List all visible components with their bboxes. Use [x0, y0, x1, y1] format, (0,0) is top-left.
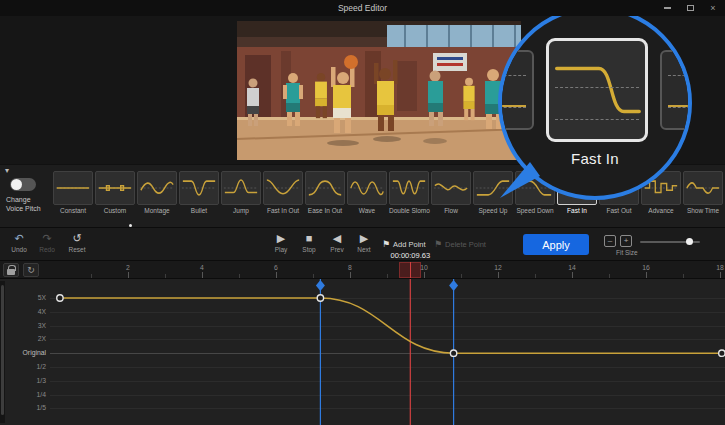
- keyframe-handle[interactable]: [449, 280, 458, 291]
- apply-button[interactable]: Apply: [523, 234, 589, 255]
- refresh-button[interactable]: ↻: [23, 263, 39, 277]
- preset-tile[interactable]: Bullet: [179, 171, 219, 214]
- speed-curve-editor: 5X4X3X2XOriginal1/21/31/41/5: [0, 278, 725, 425]
- preset-label: Montage: [137, 207, 177, 214]
- preset-tile[interactable]: Jump: [221, 171, 261, 214]
- fast-in-curve-icon: [549, 41, 645, 139]
- preset-curve-icon: [137, 171, 177, 205]
- window-title: Speed Editor: [0, 3, 725, 13]
- callout-pointer: [496, 158, 542, 202]
- preset-curve-icon: [263, 171, 303, 205]
- title-bar: Speed Editor ×: [0, 0, 725, 16]
- keyframe-point[interactable]: [57, 295, 63, 301]
- preset-label: Custom: [95, 207, 135, 214]
- toggle-knob: [11, 179, 22, 190]
- preset-curve-icon: [347, 171, 387, 205]
- ruler-tick-label: 6: [268, 264, 284, 271]
- zoom-out-icon[interactable]: –: [604, 235, 616, 247]
- preset-curve-icon: [431, 171, 471, 205]
- close-icon: ×: [710, 3, 715, 13]
- preset-label: Flow: [431, 207, 471, 214]
- close-button[interactable]: ×: [707, 2, 719, 14]
- next-button[interactable]: ▶Next: [351, 232, 377, 253]
- redo-button[interactable]: ↷Redo: [34, 232, 60, 253]
- preset-curve-icon: [389, 171, 429, 205]
- preset-label: Wave: [347, 207, 387, 214]
- keyframe-point[interactable]: [317, 295, 323, 301]
- ruler-tick-label: 8: [342, 264, 358, 271]
- preset-label: Show Time: [683, 207, 723, 214]
- zoom-slider-knob[interactable]: [686, 238, 693, 245]
- preset-tile[interactable]: Fast In Out: [263, 171, 303, 214]
- window-controls: ×: [661, 0, 719, 16]
- preset-label: Ease In Out: [305, 207, 345, 214]
- preset-tile[interactable]: Ease In Out: [305, 171, 345, 214]
- preset-tile[interactable]: Montage: [137, 171, 177, 214]
- curve-canvas: [0, 279, 725, 425]
- speed-editor-window: Speed Editor ×: [0, 0, 725, 425]
- preset-curve-icon: [95, 171, 135, 205]
- redo-icon: ↷: [34, 232, 60, 245]
- playhead-timestamp: 00:00:09.63: [378, 251, 442, 260]
- prev-icon: ◀: [324, 232, 350, 245]
- stop-button[interactable]: ■Stop: [296, 232, 322, 253]
- next-icon: ▶: [351, 232, 377, 245]
- preset-label: Speed Down: [515, 207, 555, 214]
- add-point-button[interactable]: ⚑Add Point: [382, 239, 426, 249]
- lock-button[interactable]: [3, 263, 19, 277]
- fit-size-label: Fit Size: [616, 249, 638, 256]
- ruler-tick-label: 18: [712, 264, 725, 271]
- stop-icon: ■: [296, 232, 322, 245]
- keyframe-point[interactable]: [450, 350, 456, 356]
- keyframe-handle[interactable]: [316, 280, 325, 291]
- minimize-button[interactable]: [661, 2, 673, 14]
- preset-curve-icon: [683, 171, 723, 205]
- preset-tile[interactable]: Show Time: [683, 171, 723, 214]
- preset-label: Advance: [641, 207, 681, 214]
- preset-tile[interactable]: Double Slomo: [389, 171, 429, 214]
- preset-label: Constant: [53, 207, 93, 214]
- preset-label: Double Slomo: [389, 207, 429, 214]
- preset-curve-icon: [179, 171, 219, 205]
- undo-button[interactable]: ↶Undo: [6, 232, 32, 253]
- collapse-arrow-icon[interactable]: ▾: [5, 166, 9, 175]
- preset-label: Fast Out: [599, 207, 639, 214]
- preset-tile[interactable]: Wave: [347, 171, 387, 214]
- preset-curve-icon: [221, 171, 261, 205]
- preset-label: Fast In Out: [263, 207, 303, 214]
- voice-pitch-control: Change Voice Pitch: [2, 178, 52, 213]
- preset-label: Bullet: [179, 207, 219, 214]
- maximize-button[interactable]: [684, 2, 696, 14]
- preset-tile[interactable]: Constant: [53, 171, 93, 214]
- keyframe-point[interactable]: [719, 350, 725, 356]
- timeline-ruler[interactable]: ↻ 24681012141618: [0, 260, 725, 278]
- preset-label: Jump: [221, 207, 261, 214]
- preset-label: Fast In: [557, 207, 597, 214]
- preset-label: Speed Up: [473, 207, 513, 214]
- preset-tile[interactable]: Custom: [95, 171, 135, 214]
- zoom-in-icon[interactable]: +: [620, 235, 632, 247]
- maximize-icon: [687, 5, 694, 11]
- play-icon: ▶: [268, 232, 294, 245]
- ruler-tick-label: 2: [120, 264, 136, 271]
- reset-icon: ↺: [64, 232, 90, 245]
- prev-button[interactable]: ◀Prev: [324, 232, 350, 253]
- preset-tile[interactable]: Flow: [431, 171, 471, 214]
- voice-pitch-label: Change Voice Pitch: [2, 195, 52, 213]
- add-point-flag-icon: ⚑: [382, 239, 390, 249]
- toolbar: ↶Undo ↷Redo ↺Reset ▶Play ■Stop ◀Prev ▶Ne…: [0, 227, 725, 260]
- speed-curve-path[interactable]: [60, 298, 725, 353]
- lock-icon: [7, 269, 15, 275]
- preset-curve-icon: [53, 171, 93, 205]
- ruler-tick-label: 4: [194, 264, 210, 271]
- reset-button[interactable]: ↺Reset: [64, 232, 90, 253]
- preset-curve-icon: [305, 171, 345, 205]
- playhead-line-ruler: [410, 262, 412, 278]
- delete-point-button[interactable]: ⚑Delete Point: [434, 239, 486, 249]
- ruler-tick-label: 10: [416, 264, 432, 271]
- ruler-tick-label: 14: [564, 264, 580, 271]
- minimize-icon: [664, 7, 671, 9]
- voice-pitch-toggle[interactable]: [10, 178, 36, 191]
- play-button[interactable]: ▶Play: [268, 232, 294, 253]
- zoom-slider[interactable]: [640, 241, 700, 243]
